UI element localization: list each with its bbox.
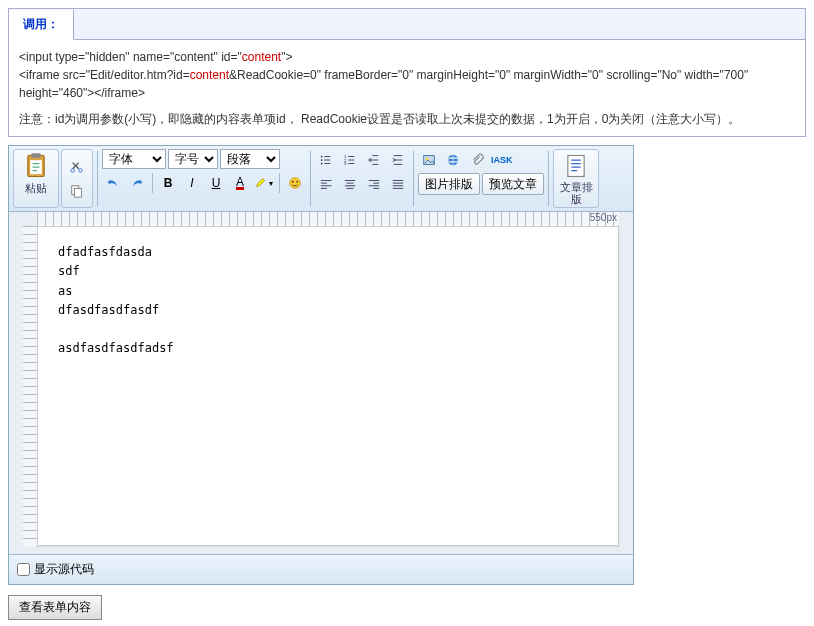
separator: [279, 173, 280, 193]
svg-point-11: [321, 159, 323, 161]
scissors-icon: [70, 160, 84, 174]
separator: [152, 173, 153, 193]
image-layout-button[interactable]: 图片排版: [418, 173, 480, 195]
svg-point-8: [292, 181, 294, 183]
format-group: 字体 字号 段落 B I U A ▾: [102, 149, 306, 208]
redo-icon: [130, 176, 144, 190]
iask-button[interactable]: IASK: [490, 149, 514, 171]
article-layout-button[interactable]: 文章排版: [558, 152, 594, 205]
bold-button[interactable]: B: [157, 172, 179, 194]
italic-button[interactable]: I: [181, 172, 203, 194]
separator: [548, 151, 549, 206]
bottom-actions: 查看表单内容: [8, 595, 806, 620]
svg-point-4: [79, 168, 83, 172]
svg-rect-20: [568, 156, 584, 177]
code-keyword: content: [242, 50, 281, 64]
image-icon: [422, 153, 436, 167]
editor-canvas-area: 550px dfadfasfdasda sdf as dfasdfasdfasd…: [9, 212, 633, 554]
paragraph-select[interactable]: 段落: [220, 149, 280, 169]
clipboard-icon: [22, 152, 50, 180]
redo-button[interactable]: [126, 172, 148, 194]
code-text: <input type="hidden" name="content" id=": [19, 50, 242, 64]
emoji-button[interactable]: [284, 172, 306, 194]
code-line-1: <input type="hidden" name="content" id="…: [19, 48, 795, 66]
svg-rect-6: [74, 188, 81, 197]
copy-button[interactable]: [66, 180, 88, 202]
clipboard-group: [61, 149, 93, 208]
size-select[interactable]: 字号: [168, 149, 218, 169]
tab-header: 调用：: [9, 9, 805, 39]
align-justify-icon: [391, 177, 405, 191]
highlight-button[interactable]: ▾: [253, 172, 275, 194]
list-ol-button[interactable]: 123: [339, 149, 361, 171]
paste-label: 粘贴: [25, 181, 47, 196]
view-form-button[interactable]: 查看表单内容: [8, 595, 102, 620]
image-button[interactable]: [418, 149, 440, 171]
font-color-button[interactable]: A: [229, 172, 251, 194]
paste-button[interactable]: 粘贴: [18, 152, 54, 196]
article-layout-label: 文章排版: [558, 181, 594, 205]
width-indicator: 550px: [590, 212, 617, 223]
attach-button[interactable]: [466, 149, 488, 171]
usage-note: 注意：id为调用参数(小写)，即隐藏的内容表单项id， ReadCookie设置…: [19, 110, 795, 128]
svg-text:3: 3: [344, 161, 347, 166]
svg-point-9: [296, 181, 298, 183]
tab-usage[interactable]: 调用：: [9, 10, 74, 40]
align-center-button[interactable]: [339, 173, 361, 195]
preview-button[interactable]: 预览文章: [482, 173, 544, 195]
outdent-icon: [367, 153, 381, 167]
separator: [310, 151, 311, 206]
list-ul-icon: [319, 153, 333, 167]
align-left-button[interactable]: [315, 173, 337, 195]
insert-group: IASK 图片排版 预览文章: [418, 149, 544, 208]
smiley-icon: [288, 176, 302, 190]
code-text: <iframe src="Edit/editor.htm?id=: [19, 68, 190, 82]
document-icon: [562, 152, 590, 180]
toolbar: 粘贴 字体 字号 段落 B I U A ▾: [9, 146, 633, 212]
editor-content[interactable]: dfadfasfdasda sdf as dfasdfasdfasdf asdf…: [37, 226, 619, 546]
show-source-label[interactable]: 显示源代码: [17, 561, 625, 578]
code-line-2: <iframe src="Edit/editor.htm?id=content&…: [19, 66, 795, 102]
editor: 粘贴 字体 字号 段落 B I U A ▾: [8, 145, 634, 585]
highlight-icon: [255, 176, 269, 190]
separator: [97, 151, 98, 206]
indent-icon: [391, 153, 405, 167]
usage-panel: 调用： <input type="hidden" name="content" …: [8, 8, 806, 137]
align-right-icon: [367, 177, 381, 191]
link-icon: [446, 153, 460, 167]
indent-button[interactable]: [387, 149, 409, 171]
list-ol-icon: 123: [343, 153, 357, 167]
horizontal-ruler: [37, 212, 619, 226]
article-layout-group: 文章排版: [553, 149, 599, 208]
svg-point-7: [290, 178, 301, 189]
undo-icon: [106, 176, 120, 190]
copy-icon: [70, 184, 84, 198]
align-group: 123: [315, 149, 409, 208]
align-center-icon: [343, 177, 357, 191]
undo-button[interactable]: [102, 172, 124, 194]
editor-footer: 显示源代码: [9, 554, 633, 584]
svg-point-3: [71, 168, 75, 172]
svg-point-12: [321, 163, 323, 165]
usage-content: <input type="hidden" name="content" id="…: [9, 39, 805, 136]
align-right-button[interactable]: [363, 173, 385, 195]
align-left-icon: [319, 177, 333, 191]
outdent-button[interactable]: [363, 149, 385, 171]
list-ul-button[interactable]: [315, 149, 337, 171]
paperclip-icon: [470, 153, 484, 167]
code-keyword: content: [190, 68, 229, 82]
code-text: ">: [281, 50, 292, 64]
underline-button[interactable]: U: [205, 172, 227, 194]
svg-rect-1: [31, 153, 40, 158]
vertical-ruler: [23, 226, 37, 546]
svg-point-10: [321, 156, 323, 158]
align-justify-button[interactable]: [387, 173, 409, 195]
separator: [413, 151, 414, 206]
show-source-checkbox[interactable]: [17, 563, 30, 576]
font-select[interactable]: 字体: [102, 149, 166, 169]
show-source-text: 显示源代码: [34, 561, 94, 578]
link-button[interactable]: [442, 149, 464, 171]
paste-group: 粘贴: [13, 149, 59, 208]
cut-button[interactable]: [66, 156, 88, 178]
